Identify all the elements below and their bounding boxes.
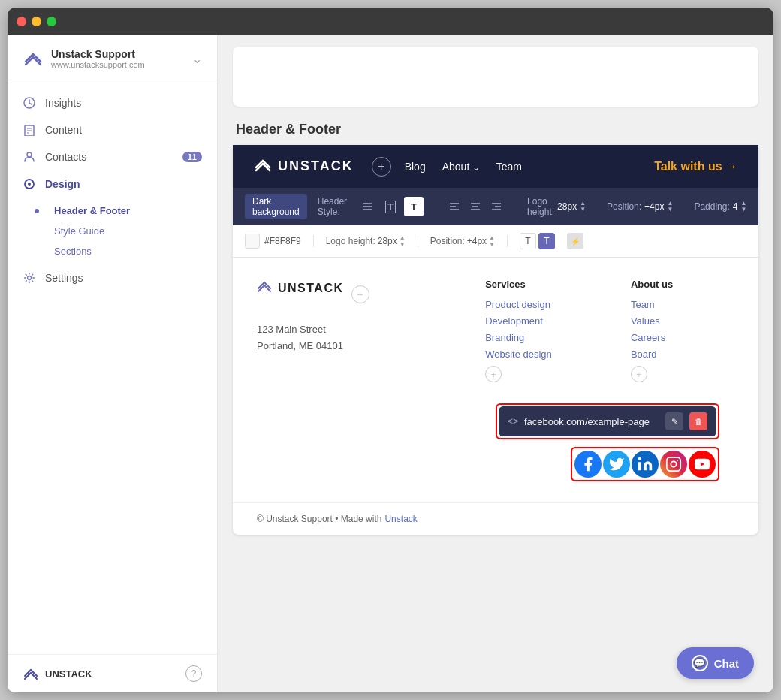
footer-link-development[interactable]: Development [485, 315, 610, 327]
chevron-down-icon[interactable]: ⌄ [192, 52, 202, 66]
page-title: Header & Footer [236, 122, 341, 137]
footer-link-values[interactable]: Values [631, 315, 734, 327]
insights-icon [23, 96, 36, 110]
header-logo: UNSTACK [254, 155, 354, 177]
footer-link-careers[interactable]: Careers [631, 332, 734, 343]
align-right-icon[interactable] [487, 197, 506, 216]
design-label: Design [45, 178, 80, 190]
footer-toolbar: #F8F8F9 Logo height: 28px ▲▼ Position: +… [233, 225, 758, 258]
chat-label: Chat [714, 657, 739, 670]
brand-name: Unstack Support [51, 48, 185, 60]
sidebar-item-insights[interactable]: Insights [8, 89, 217, 116]
footer-link-website-design[interactable]: Website design [485, 348, 610, 360]
position-arrows[interactable]: ▲▼ [667, 201, 673, 213]
header-plus-button[interactable]: + [372, 157, 391, 177]
linkedin-icon-button[interactable] [632, 451, 659, 478]
footer-link-team[interactable]: Team [631, 299, 734, 310]
footer-services-col: Services Product design Development Bran… [485, 279, 610, 382]
footer-services-plus-button[interactable]: + [485, 366, 502, 382]
footer-address: 123 Main Street Portland, ME 04101 [257, 321, 464, 355]
footer-T-outline-btn[interactable]: T [520, 233, 536, 249]
footer-ctrl-sep-1 [313, 235, 314, 247]
header-nav-team[interactable]: Team [496, 161, 522, 173]
design-icon [23, 177, 36, 191]
footer-unstack-link[interactable]: Unstack [384, 514, 417, 524]
minimize-button[interactable] [32, 17, 41, 26]
maximize-button[interactable] [47, 17, 56, 26]
svg-point-7 [28, 183, 31, 186]
youtube-icon-button[interactable] [689, 451, 716, 478]
social-icons-row [257, 447, 734, 481]
header-nav-about[interactable]: About [442, 161, 480, 173]
padding-arrows[interactable]: ▲▼ [740, 201, 746, 213]
header-toolbar: Dark background Header Style: T [233, 188, 758, 225]
footer-position-arrows[interactable]: ▲▼ [489, 234, 495, 248]
contacts-icon [23, 150, 36, 164]
position-stepper: Position: +4px ▲▼ [607, 201, 673, 213]
footer-brand-name: UNSTACK [45, 668, 92, 680]
footer-logo-icon [257, 279, 272, 297]
footer-link-board[interactable]: Board [631, 348, 734, 360]
sidebar-item-content[interactable]: Content [8, 116, 217, 143]
style-T-filled-icon[interactable]: T [404, 197, 424, 216]
footer-top-row: UNSTACK + 123 Main Street Portland, ME 0… [257, 279, 734, 382]
align-center-icon[interactable] [466, 197, 485, 216]
sidebar-brand[interactable]: Unstack Support www.unstacksupport.com ⌄ [8, 35, 217, 80]
sidebar-nav: Insights Content [8, 80, 217, 654]
close-button[interactable] [17, 17, 26, 26]
sidebar-item-design[interactable]: Design [8, 170, 217, 198]
help-button[interactable]: ? [185, 665, 202, 682]
footer-color-swatch[interactable] [245, 234, 260, 249]
header-nav: Blog About Team [405, 161, 655, 173]
footer-link-product-design[interactable]: Product design [485, 299, 610, 310]
style-lines-icon[interactable] [357, 197, 377, 216]
content-label: Content [45, 124, 82, 136]
instagram-icon-button[interactable] [660, 451, 687, 478]
padding-stepper: Padding: 4 ▲▼ [694, 201, 746, 213]
header-cta[interactable]: Talk with us → [654, 160, 737, 173]
url-popup-code-icon: <> [508, 416, 518, 427]
footer-position-value: +4px [467, 236, 487, 246]
twitter-icon-button[interactable] [603, 451, 630, 478]
dark-bg-badge[interactable]: Dark background [245, 194, 307, 219]
traffic-lights [17, 17, 56, 26]
svg-point-23 [671, 461, 676, 466]
chat-button[interactable]: 💬 Chat [677, 647, 754, 679]
style-T-outline-icon[interactable]: T [381, 197, 400, 216]
address-line1: 123 Main Street [257, 321, 464, 338]
footer-logo-row: UNSTACK + [257, 279, 464, 309]
url-input-field[interactable] [524, 416, 659, 427]
svg-point-8 [28, 276, 32, 280]
sidebar-item-sections[interactable]: Sections [45, 241, 217, 261]
sidebar-item-contacts[interactable]: Contacts 11 [8, 143, 217, 170]
logo-height-arrows[interactable]: ▲▼ [580, 201, 586, 213]
sidebar-item-settings[interactable]: Settings [8, 264, 217, 291]
sidebar-item-style-guide[interactable]: Style Guide [45, 221, 217, 241]
url-delete-button[interactable]: 🗑 [689, 412, 707, 430]
svg-rect-22 [667, 457, 680, 471]
facebook-icon-button[interactable] [574, 451, 602, 478]
footer-about-plus-button[interactable]: + [631, 366, 647, 382]
settings-icon [23, 271, 36, 285]
footer-logo: UNSTACK [257, 279, 344, 297]
sidebar-item-header-footer[interactable]: Header & Footer [45, 201, 217, 221]
content-area: Header & Footer UNSTACK [218, 35, 773, 692]
footer-ctrl-sep-2 [418, 235, 418, 247]
footer-bottom: © Unstack Support • Made with Unstack [233, 502, 758, 535]
footer-ctrl-sep-3 [507, 235, 508, 247]
align-left-icon[interactable] [445, 197, 464, 216]
footer-services-title: Services [485, 279, 610, 290]
brand-info: Unstack Support www.unstacksupport.com [51, 48, 185, 69]
footer-brand-plus-button[interactable]: + [351, 285, 369, 303]
footer-link-branding[interactable]: Branding [485, 332, 610, 343]
contacts-label: Contacts [45, 151, 86, 163]
header-nav-blog[interactable]: Blog [405, 161, 426, 173]
logo-height-label: Logo height: [527, 196, 554, 217]
footer-brand: UNSTACK [23, 665, 92, 682]
footer-zebra-btn[interactable]: ⚡ [567, 233, 583, 249]
footer-T-filled-btn[interactable]: T [538, 233, 555, 249]
footer-logo-height-arrows[interactable]: ▲▼ [400, 234, 406, 248]
preview-card: UNSTACK + Blog About Team Talk with us →… [233, 145, 758, 535]
design-subitems: Header & Footer Style Guide Sections [8, 198, 217, 264]
url-edit-button[interactable]: ✎ [665, 412, 683, 430]
